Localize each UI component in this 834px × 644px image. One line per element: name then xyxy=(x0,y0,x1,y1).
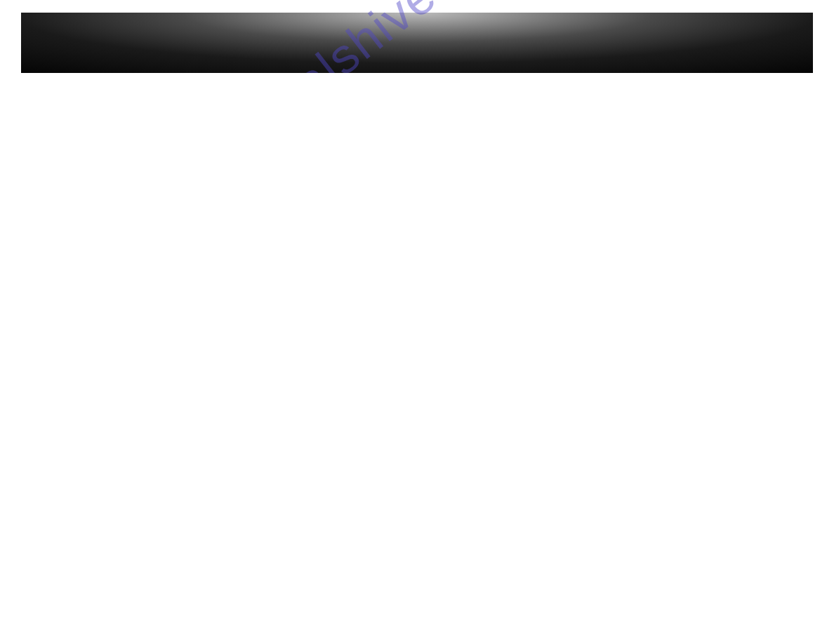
header-banner xyxy=(21,13,813,73)
